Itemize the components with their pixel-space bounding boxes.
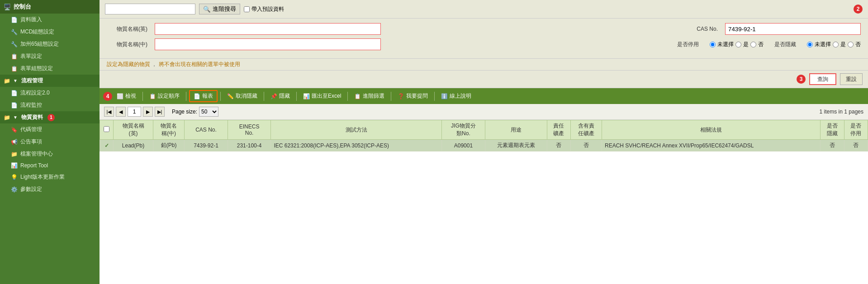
action-bar: 3 查詢 重設 <box>100 71 868 88</box>
row-related-law-0: REACH SVHC/REACH Annex XVII/Prop65/IEC62… <box>602 140 820 151</box>
data-table-container: 物質名稱(英) 物質名稱(中) CAS No. EINECSNo. 測試方法 J… <box>100 120 868 284</box>
sidebar-icon-form-settings: 📋 <box>11 53 18 60</box>
sidebar-item-file-mgmt[interactable]: 📁檔案管理中心 <box>0 148 100 160</box>
is-disabled-no[interactable] <box>750 42 756 47</box>
sidebar-icon-code-mgmt: 🔖 <box>11 127 18 133</box>
sidebar-item-process-mgmt[interactable]: 📁▼流程管理 <box>0 75 100 87</box>
page-size-label: Page size: <box>172 109 197 115</box>
sep6 <box>347 92 348 101</box>
sidebar-label-form-settings: 表單設定 <box>20 52 42 60</box>
page-number-input[interactable] <box>128 107 141 117</box>
sidebar-item-process-config[interactable]: 📄流程設定2.0 <box>0 87 100 99</box>
preset-data-checkbox-label: 帶入預設資料 <box>244 5 284 13</box>
sep3 <box>220 92 221 101</box>
header-resp-mineral: 責任礦產 <box>547 120 570 140</box>
sidebar-icon-file-mgmt: 📁 <box>11 151 18 157</box>
sort-button[interactable]: 📋 設定順序 <box>146 91 183 101</box>
row-name-en-0: Lead(Pb) <box>114 140 153 151</box>
page-size-select[interactable]: 50 10 20 100 <box>199 107 218 117</box>
sidebar-item-process-monitor[interactable]: 📄流程監控 <box>0 99 100 111</box>
substance-name-en-input[interactable] <box>155 23 381 35</box>
header-einecs-no: EINECSNo. <box>228 120 271 140</box>
sidebar-icon-process-monitor: 📄 <box>11 102 18 109</box>
hide-icon: 📌 <box>270 93 277 99</box>
filter-form: 物質名稱(英) CAS No. 7439-92-1 物質名稱(中) 是否停用 未… <box>100 19 868 59</box>
search-input[interactable] <box>105 4 195 14</box>
unhide-icon: ✏️ <box>227 93 234 99</box>
sidebar-item-announcements[interactable]: 📢公告事項 <box>0 136 100 148</box>
row-resp-mineral-0: 否 <box>547 140 570 151</box>
collapse-arrow-substance-data: ▼ <box>13 115 18 120</box>
sidebar-item-code-mgmt[interactable]: 🔖代碼管理 <box>0 123 100 136</box>
is-disabled-label: 是否停用 <box>677 41 699 48</box>
is-hidden-label: 是否隱藏 <box>774 41 796 48</box>
reset-button[interactable]: 重設 <box>840 73 863 85</box>
header-usage: 用途 <box>485 120 547 140</box>
hide-button[interactable]: 📌 隱藏 <box>267 91 294 101</box>
substance-name-zh-input[interactable] <box>155 38 381 50</box>
sidebar-icon-param-settings: ⚙️ <box>11 186 18 193</box>
header-is-disabled: 是否停用 <box>844 120 868 140</box>
is-hidden-no[interactable] <box>848 42 854 47</box>
sidebar-label-announcements: 公告事項 <box>20 138 42 146</box>
hidden-substance-link[interactable]: 設定為隱藏的物質 <box>107 61 150 67</box>
first-page-button[interactable]: |◀ <box>104 107 114 117</box>
filter-row-1: 物質名稱(英) CAS No. 7439-92-1 <box>107 23 861 35</box>
sep7 <box>391 92 391 101</box>
sidebar-icon-substance-data: 📁 <box>4 114 10 121</box>
prev-page-button[interactable]: ◀ <box>116 107 126 117</box>
cas-no-input[interactable]: 7439-92-1 <box>725 23 861 35</box>
row-check-0[interactable]: ✓ <box>100 140 114 151</box>
sidebar-label-file-mgmt: 檔案管理中心 <box>20 150 53 158</box>
sep8 <box>434 92 435 101</box>
header-name-zh: 物質名稱(中) <box>153 120 185 140</box>
is-disabled-yes[interactable] <box>735 42 741 47</box>
sidebar-title: 控制台 <box>14 3 31 11</box>
sidebar-item-param-settings[interactable]: ⚙️參數設定 <box>0 183 100 195</box>
select-all-checkbox[interactable] <box>104 126 109 132</box>
is-disabled-radio-group: 未選擇 是 否 <box>710 41 764 48</box>
sidebar-icon-ca65-settings: 🔧 <box>11 41 18 47</box>
sidebar-item-light-update[interactable]: 💡Light版本更新作業 <box>0 171 100 183</box>
advanced-filter-button[interactable]: 📋 進階篩選 <box>351 91 388 101</box>
hidden-warning-link[interactable]: 將不會出現在相關的選單中被使用 <box>159 61 240 67</box>
info-link-row: 設定為隱藏的物質 ， 將不會出現在相關的選單中被使用 <box>100 59 868 71</box>
is-hidden-yes[interactable] <box>833 42 839 47</box>
badge-3: 3 <box>797 75 806 84</box>
preset-data-checkbox[interactable] <box>244 6 250 12</box>
sidebar-label-ca65-settings: 加州65組態設定 <box>20 40 59 48</box>
sidebar-item-data-import[interactable]: 📄資料匯入 <box>0 14 100 26</box>
next-page-button[interactable]: ▶ <box>143 107 153 117</box>
export-excel-button[interactable]: 📊 匯出至Excel <box>299 91 345 101</box>
disabled-hidden-section: 是否停用 未選擇 是 否 是否隱藏 未選擇 是 否 <box>677 41 861 48</box>
page-info: 1 items in 1 pages <box>820 109 863 115</box>
last-page-button[interactable]: ▶| <box>155 107 165 117</box>
cas-section: CAS No. 7439-92-1 <box>697 23 861 35</box>
unhide-button[interactable]: ✏️ 取消隱藏 <box>223 91 261 101</box>
sep2 <box>186 92 186 101</box>
sidebar-item-report-tool[interactable]: 📊Report Tool <box>0 160 100 171</box>
sidebar-label-data-import: 資料匯入 <box>20 16 42 24</box>
sidebar-item-substance-data[interactable]: 📁▼物質資料1 <box>0 111 100 123</box>
ask-button[interactable]: ❓ 我要提問 <box>394 91 432 101</box>
query-button[interactable]: 查詢 <box>809 73 836 85</box>
sidebar-item-ca65-settings[interactable]: 🔧加州65組態設定 <box>0 38 100 50</box>
table-row: ✓ Lead(Pb) 鉛(Pb) 7439-92-1 231-100-4 IEC… <box>100 140 868 151</box>
header-has-resp-mineral: 含有責任礦產 <box>570 120 602 140</box>
is-hidden-unselected[interactable] <box>807 42 813 47</box>
search-icon: 🔍 <box>203 6 211 13</box>
row-is-disabled-0: 否 <box>844 140 868 151</box>
report-button[interactable]: 📄 報表 <box>189 90 218 102</box>
sidebar-item-mcd-settings[interactable]: 🔧MCD組態設定 <box>0 26 100 38</box>
advanced-search-button[interactable]: 🔍 進階搜尋 <box>199 4 240 14</box>
control-panel-icon: 🖥️ <box>4 4 11 10</box>
help-button[interactable]: ℹ️ 線上說明 <box>437 91 475 101</box>
is-disabled-unselected[interactable] <box>710 42 716 47</box>
toolbar: 4 ⬜ 檢視 📋 設定順序 📄 報表 ✏️ 取消隱藏 📌 隱藏 📊 匯出至Exc… <box>100 88 868 104</box>
sidebar-item-form-settings[interactable]: 📋表單設定 <box>0 50 100 62</box>
sidebar-item-form-group-settings[interactable]: 📋表單組態設定 <box>0 62 100 75</box>
view-button[interactable]: ⬜ 檢視 <box>113 91 140 101</box>
sidebar-label-code-mgmt: 代碼管理 <box>20 126 42 133</box>
sidebar-icon-mcd-settings: 🔧 <box>11 29 18 35</box>
sidebar: 🖥️ 控制台 📄資料匯入🔧MCD組態設定🔧加州65組態設定📋表單設定📋表單組態設… <box>0 0 100 284</box>
